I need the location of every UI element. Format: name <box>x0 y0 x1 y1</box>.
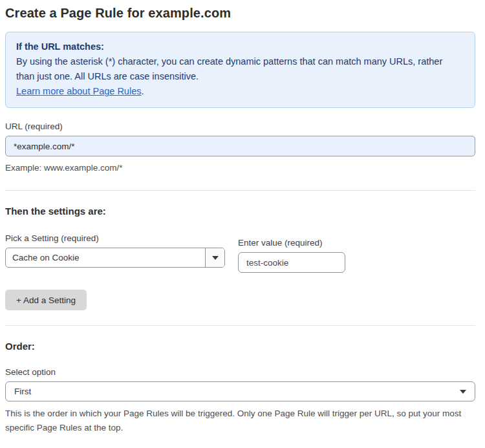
settings-heading: Then the settings are: <box>5 206 475 217</box>
info-heading: If the URL matches: <box>16 39 464 54</box>
divider <box>5 190 475 191</box>
url-helper-text: Example: www.example.com/* <box>5 161 475 175</box>
setting-picker-column: Pick a Setting (required) Cache on Cooki… <box>5 233 225 273</box>
order-select-value: First <box>14 387 460 396</box>
setting-select-arrow-button[interactable] <box>205 248 224 267</box>
setting-value-column: Enter value (required) <box>238 238 345 273</box>
setting-select[interactable]: Cache on Cookie <box>5 248 225 268</box>
setting-value-input[interactable] <box>238 252 345 273</box>
page-title: Create a Page Rule for example.com <box>5 6 475 21</box>
link-suffix: . <box>141 86 144 96</box>
url-input[interactable] <box>5 136 475 156</box>
create-page-rule-form: Create a Page Rule for example.com If th… <box>0 0 485 448</box>
order-select-label: Select option <box>5 367 475 377</box>
order-helper-text: This is the order in which your Page Rul… <box>5 407 471 435</box>
url-match-info-panel: If the URL matches: By using the asteris… <box>5 32 475 108</box>
chevron-down-icon <box>212 256 219 260</box>
info-link-line: Learn more about Page Rules. <box>16 84 464 99</box>
info-body: By using the asterisk (*) character, you… <box>16 54 462 84</box>
settings-row: Pick a Setting (required) Cache on Cooki… <box>5 233 475 273</box>
chevron-down-icon <box>460 390 466 394</box>
setting-value-label: Enter value (required) <box>238 238 345 248</box>
setting-picker-label: Pick a Setting (required) <box>5 233 225 243</box>
order-heading: Order: <box>5 341 475 352</box>
divider <box>5 325 475 326</box>
add-setting-button[interactable]: + Add a Setting <box>5 290 87 310</box>
order-select[interactable]: First <box>5 381 475 401</box>
url-section: URL (required) Example: www.example.com/… <box>5 122 475 175</box>
setting-select-value: Cache on Cookie <box>6 253 205 262</box>
url-label: URL (required) <box>5 122 475 131</box>
learn-more-link[interactable]: Learn more about Page Rules <box>16 86 141 96</box>
